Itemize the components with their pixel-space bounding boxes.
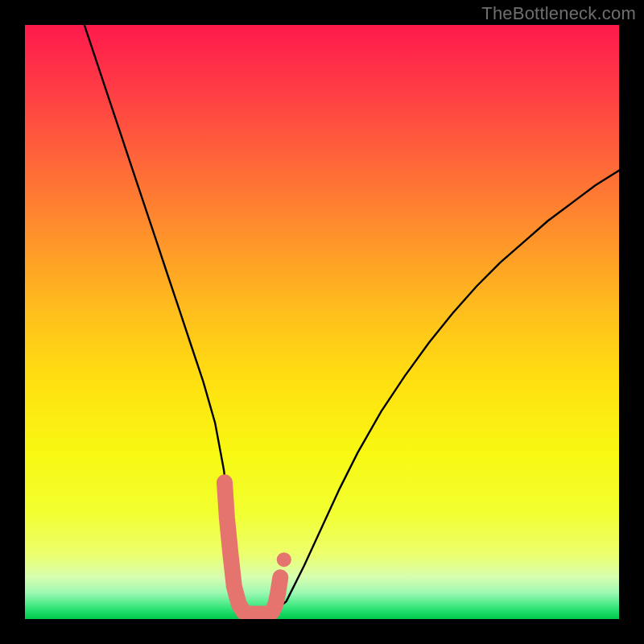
- watermark-text: TheBottleneck.com: [481, 3, 636, 24]
- chart-frame: TheBottleneck.com: [0, 0, 644, 644]
- chart-svg: [25, 25, 619, 619]
- plot-area: [25, 25, 619, 619]
- marker-end-dot: [277, 552, 291, 567]
